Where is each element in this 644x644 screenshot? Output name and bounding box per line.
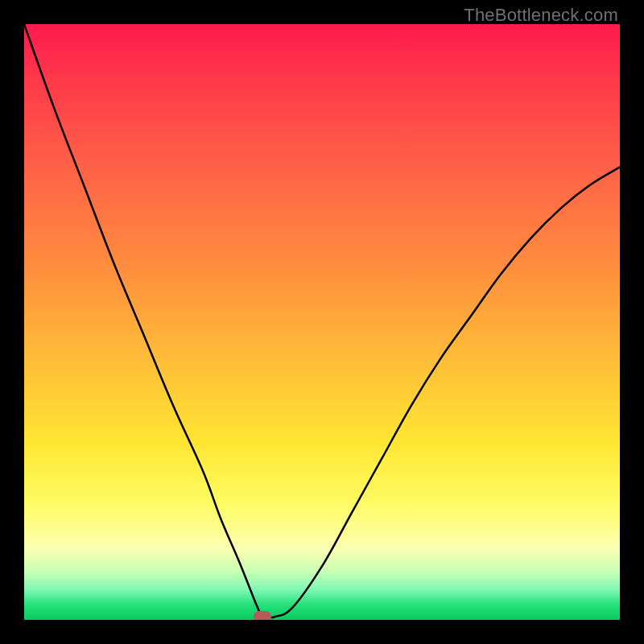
bottleneck-curve [24,24,620,620]
watermark-text: TheBottleneck.com [464,5,618,26]
chart-frame: TheBottleneck.com [0,0,644,644]
plot-area [24,24,620,620]
optimal-point-marker [254,611,271,620]
